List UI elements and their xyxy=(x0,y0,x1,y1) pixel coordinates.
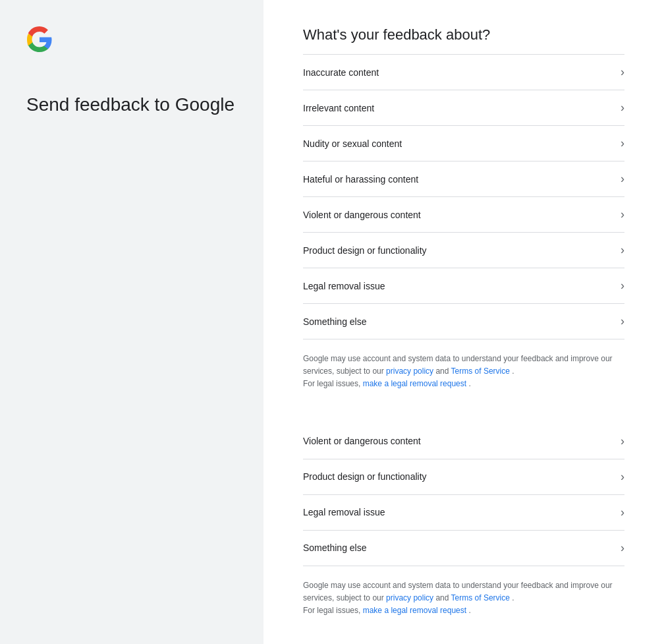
feedback-item-something-2[interactable]: Something else › xyxy=(303,531,624,566)
tos-link-1[interactable]: Terms of Service xyxy=(451,366,510,376)
chevron-icon: › xyxy=(621,506,624,519)
footer-text-and-2: and xyxy=(433,593,451,602)
left-panel: Send feedback to Google xyxy=(0,0,263,644)
page-title: Send feedback to Google xyxy=(26,92,235,117)
feedback-item-label: Hateful or harassing content xyxy=(303,174,418,185)
privacy-policy-link-2[interactable]: privacy policy xyxy=(386,593,433,602)
feedback-item-label: Irrelevant content xyxy=(303,103,374,113)
footer-text-end-2: . xyxy=(466,606,471,615)
chevron-icon: › xyxy=(621,279,624,293)
chevron-icon: › xyxy=(621,136,624,150)
legal-removal-link-1[interactable]: make a legal removal request xyxy=(363,379,466,388)
legal-removal-link-2[interactable]: make a legal removal request xyxy=(363,606,466,615)
feedback-item-label: Product design or functionality xyxy=(303,471,427,482)
chevron-icon: › xyxy=(621,434,624,448)
feedback-item-label: Something else xyxy=(303,316,367,327)
feedback-item-label: Violent or dangerous content xyxy=(303,436,421,446)
chevron-icon: › xyxy=(621,541,624,555)
chevron-icon: › xyxy=(621,172,624,186)
feedback-item-label: Violent or dangerous content xyxy=(303,210,421,220)
chevron-icon: › xyxy=(621,65,624,79)
footer-text-2: Google may use account and system data t… xyxy=(303,579,624,618)
feedback-item-legal-1[interactable]: Legal removal issue › xyxy=(303,268,624,304)
footer-text-1: Google may use account and system data t… xyxy=(303,353,624,391)
feedback-item-label: Inaccurate content xyxy=(303,67,379,78)
feedback-item-label: Something else xyxy=(303,542,367,553)
feedback-item-inaccurate[interactable]: Inaccurate content › xyxy=(303,55,624,90)
feedback-item-product-1[interactable]: Product design or functionality › xyxy=(303,233,624,268)
feedback-item-violent-2[interactable]: Violent or dangerous content › xyxy=(303,424,624,459)
chevron-icon: › xyxy=(621,314,624,328)
google-logo xyxy=(26,26,53,53)
feedback-item-label: Legal removal issue xyxy=(303,281,385,291)
tos-link-2[interactable]: Terms of Service xyxy=(451,593,510,602)
footer-text-end-1: . xyxy=(466,379,471,388)
chevron-icon: › xyxy=(621,101,624,115)
feedback-item-label: Legal removal issue xyxy=(303,507,385,517)
feedback-item-violent-1[interactable]: Violent or dangerous content › xyxy=(303,197,624,233)
feedback-item-irrelevant[interactable]: Irrelevant content › xyxy=(303,90,624,126)
feedback-item-nudity[interactable]: Nudity or sexual content › xyxy=(303,126,624,161)
footer-text-and-1: and xyxy=(433,366,451,376)
feedback-item-legal-2[interactable]: Legal removal issue › xyxy=(303,495,624,531)
chevron-icon: › xyxy=(621,243,624,257)
section-title: What's your feedback about? xyxy=(303,26,624,44)
feedback-list-2: Violent or dangerous content › Product d… xyxy=(303,424,624,566)
privacy-policy-link-1[interactable]: privacy policy xyxy=(386,366,433,376)
chevron-icon: › xyxy=(621,208,624,221)
feedback-list-1: Inaccurate content › Irrelevant content … xyxy=(303,55,624,339)
feedback-item-product-2[interactable]: Product design or functionality › xyxy=(303,459,624,495)
right-panel: What's your feedback about? Inaccurate c… xyxy=(263,0,664,644)
feedback-item-label: Product design or functionality xyxy=(303,245,427,256)
chevron-icon: › xyxy=(621,470,624,484)
feedback-item-something-1[interactable]: Something else › xyxy=(303,304,624,339)
feedback-item-label: Nudity or sexual content xyxy=(303,138,402,149)
feedback-item-hateful[interactable]: Hateful or harassing content › xyxy=(303,161,624,197)
